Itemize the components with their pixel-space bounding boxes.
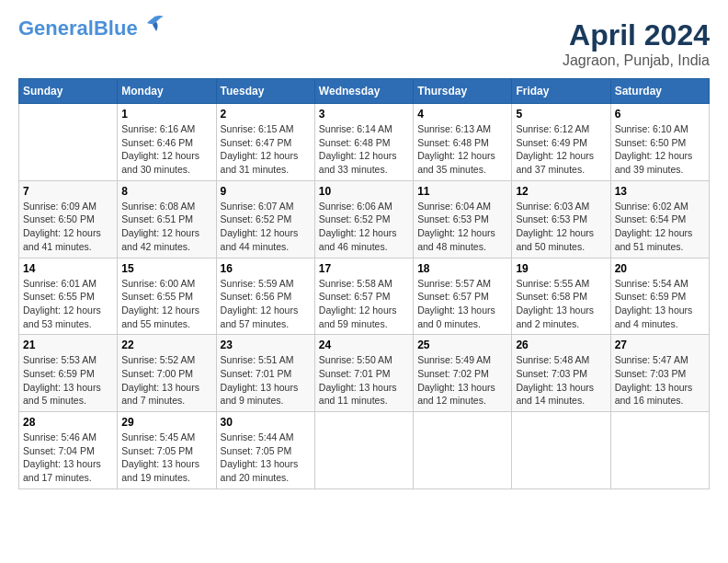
day-number: 18 [417,262,507,275]
day-number: 1 [121,108,211,121]
day-info: Sunrise: 5:52 AM Sunset: 7:00 PM Dayligh… [121,353,211,408]
day-number: 3 [319,108,409,121]
logo-text: GeneralBlue [18,18,138,39]
calendar-cell: 19Sunrise: 5:55 AM Sunset: 6:58 PM Dayli… [512,258,610,335]
calendar-cell: 6Sunrise: 6:10 AM Sunset: 6:50 PM Daylig… [610,104,709,181]
calendar-cell: 12Sunrise: 6:03 AM Sunset: 6:53 PM Dayli… [512,180,610,258]
day-number: 6 [615,108,705,121]
day-number: 2 [221,108,311,121]
calendar-cell: 18Sunrise: 5:57 AM Sunset: 6:57 PM Dayli… [414,258,512,335]
day-info: Sunrise: 6:06 AM Sunset: 6:52 PM Dayligh… [319,200,409,254]
logo: GeneralBlue [18,18,165,39]
calendar-week-row: 28Sunrise: 5:46 AM Sunset: 7:04 PM Dayli… [19,412,710,489]
day-number: 5 [516,108,606,121]
calendar-cell: 4Sunrise: 6:13 AM Sunset: 6:48 PM Daylig… [414,104,512,181]
calendar-cell: 28Sunrise: 5:46 AM Sunset: 7:04 PM Dayli… [19,412,118,489]
day-number: 10 [319,185,409,198]
calendar-cell: 2Sunrise: 6:15 AM Sunset: 6:47 PM Daylig… [216,104,314,181]
day-info: Sunrise: 6:13 AM Sunset: 6:48 PM Dayligh… [417,122,507,177]
calendar-cell: 3Sunrise: 6:14 AM Sunset: 6:48 PM Daylig… [314,104,413,181]
day-info: Sunrise: 5:45 AM Sunset: 7:05 PM Dayligh… [121,431,211,485]
calendar-cell [314,412,413,489]
logo-bird-icon [140,15,165,35]
calendar-cell: 16Sunrise: 5:59 AM Sunset: 6:56 PM Dayli… [216,258,314,335]
day-number: 7 [23,185,113,198]
calendar-cell: 24Sunrise: 5:50 AM Sunset: 7:01 PM Dayli… [314,335,413,412]
calendar-week-row: 21Sunrise: 5:53 AM Sunset: 6:59 PM Dayli… [19,335,710,412]
day-number: 16 [221,262,311,275]
calendar-week-row: 7Sunrise: 6:09 AM Sunset: 6:50 PM Daylig… [19,180,710,258]
day-info: Sunrise: 6:14 AM Sunset: 6:48 PM Dayligh… [319,122,409,177]
calendar-cell: 27Sunrise: 5:47 AM Sunset: 7:03 PM Dayli… [610,335,709,412]
day-number: 17 [319,262,409,275]
day-info: Sunrise: 5:53 AM Sunset: 6:59 PM Dayligh… [23,353,113,408]
day-number: 4 [417,108,507,121]
day-number: 11 [417,185,507,198]
calendar-subtitle: Jagraon, Punjab, India [563,52,710,69]
day-number: 19 [516,262,606,275]
day-info: Sunrise: 6:00 AM Sunset: 6:55 PM Dayligh… [121,277,211,331]
day-info: Sunrise: 5:57 AM Sunset: 6:57 PM Dayligh… [417,277,507,331]
day-number: 14 [23,262,113,275]
calendar-cell: 22Sunrise: 5:52 AM Sunset: 7:00 PM Dayli… [118,335,216,412]
calendar-cell: 30Sunrise: 5:44 AM Sunset: 7:05 PM Dayli… [216,412,314,489]
day-info: Sunrise: 5:55 AM Sunset: 6:58 PM Dayligh… [516,277,606,331]
day-number: 20 [615,262,705,275]
day-info: Sunrise: 6:04 AM Sunset: 6:53 PM Dayligh… [417,200,507,254]
calendar-cell [512,412,610,489]
day-info: Sunrise: 6:12 AM Sunset: 6:49 PM Dayligh… [516,122,606,177]
day-info: Sunrise: 5:59 AM Sunset: 6:56 PM Dayligh… [221,277,311,331]
calendar-cell [19,104,118,181]
calendar-cell: 13Sunrise: 6:02 AM Sunset: 6:54 PM Dayli… [610,180,709,258]
day-number: 13 [615,185,705,198]
calendar-cell: 7Sunrise: 6:09 AM Sunset: 6:50 PM Daylig… [19,180,118,258]
day-info: Sunrise: 6:15 AM Sunset: 6:47 PM Dayligh… [221,122,311,177]
weekday-header-sunday: Sunday [19,79,118,104]
day-info: Sunrise: 5:47 AM Sunset: 7:03 PM Dayligh… [615,353,705,408]
day-number: 15 [121,262,211,275]
day-info: Sunrise: 5:44 AM Sunset: 7:05 PM Dayligh… [221,431,311,485]
day-number: 9 [221,185,311,198]
day-info: Sunrise: 5:58 AM Sunset: 6:57 PM Dayligh… [319,277,409,331]
calendar-cell: 15Sunrise: 6:00 AM Sunset: 6:55 PM Dayli… [118,258,216,335]
calendar-cell [610,412,709,489]
day-info: Sunrise: 5:54 AM Sunset: 6:59 PM Dayligh… [615,277,705,331]
day-number: 23 [221,339,311,351]
day-info: Sunrise: 5:50 AM Sunset: 7:01 PM Dayligh… [319,353,409,408]
day-info: Sunrise: 6:01 AM Sunset: 6:55 PM Dayligh… [23,277,113,331]
day-number: 24 [319,339,409,351]
weekday-header-friday: Friday [512,79,610,104]
weekday-header-row: SundayMondayTuesdayWednesdayThursdayFrid… [19,79,710,104]
calendar-cell: 25Sunrise: 5:49 AM Sunset: 7:02 PM Dayli… [414,335,512,412]
day-number: 22 [121,339,211,351]
day-info: Sunrise: 5:51 AM Sunset: 7:01 PM Dayligh… [221,353,311,408]
day-number: 12 [516,185,606,198]
day-info: Sunrise: 5:48 AM Sunset: 7:03 PM Dayligh… [516,353,606,408]
calendar-week-row: 1Sunrise: 6:16 AM Sunset: 6:46 PM Daylig… [19,104,710,181]
day-number: 30 [221,416,311,429]
day-info: Sunrise: 6:09 AM Sunset: 6:50 PM Dayligh… [23,200,113,254]
weekday-header-wednesday: Wednesday [314,79,413,104]
day-info: Sunrise: 5:49 AM Sunset: 7:02 PM Dayligh… [417,353,507,408]
calendar-cell: 1Sunrise: 6:16 AM Sunset: 6:46 PM Daylig… [118,104,216,181]
weekday-header-thursday: Thursday [414,79,512,104]
day-number: 26 [516,339,606,351]
calendar-cell: 29Sunrise: 5:45 AM Sunset: 7:05 PM Dayli… [118,412,216,489]
day-info: Sunrise: 6:16 AM Sunset: 6:46 PM Dayligh… [121,122,211,177]
calendar-cell: 9Sunrise: 6:07 AM Sunset: 6:52 PM Daylig… [216,180,314,258]
day-info: Sunrise: 6:03 AM Sunset: 6:53 PM Dayligh… [516,200,606,254]
day-number: 27 [615,339,705,351]
weekday-header-saturday: Saturday [610,79,709,104]
calendar-cell: 10Sunrise: 6:06 AM Sunset: 6:52 PM Dayli… [314,180,413,258]
day-info: Sunrise: 6:02 AM Sunset: 6:54 PM Dayligh… [615,200,705,254]
calendar-table: SundayMondayTuesdayWednesdayThursdayFrid… [18,78,710,489]
calendar-cell: 14Sunrise: 6:01 AM Sunset: 6:55 PM Dayli… [19,258,118,335]
title-area: April 2024 Jagraon, Punjab, India [563,18,710,69]
calendar-cell: 21Sunrise: 5:53 AM Sunset: 6:59 PM Dayli… [19,335,118,412]
calendar-cell: 5Sunrise: 6:12 AM Sunset: 6:49 PM Daylig… [512,104,610,181]
calendar-cell: 23Sunrise: 5:51 AM Sunset: 7:01 PM Dayli… [216,335,314,412]
day-number: 25 [417,339,507,351]
page-header: GeneralBlue April 2024 Jagraon, Punjab, … [18,18,710,69]
weekday-header-monday: Monday [118,79,216,104]
day-info: Sunrise: 5:46 AM Sunset: 7:04 PM Dayligh… [23,431,113,485]
